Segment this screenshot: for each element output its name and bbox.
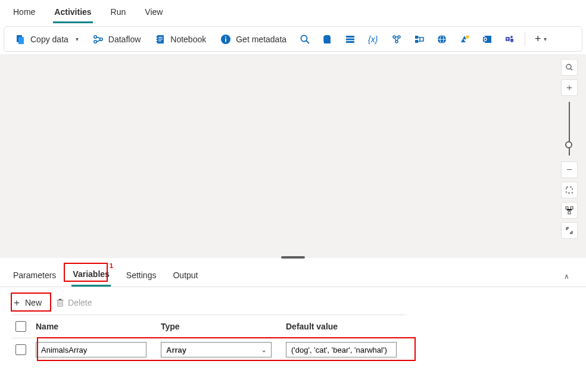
dataflow-button[interactable]: Dataflow bbox=[87, 30, 146, 48]
copy-data-icon bbox=[15, 34, 26, 45]
callout-box-1 bbox=[64, 263, 108, 282]
svg-rect-39 bbox=[566, 187, 572, 193]
svg-rect-7 bbox=[158, 39, 163, 39]
web-icon-button[interactable] bbox=[432, 30, 452, 48]
svg-rect-18 bbox=[346, 38, 354, 40]
function-icon-button[interactable] bbox=[409, 30, 429, 48]
svg-point-22 bbox=[398, 36, 400, 38]
activities-toolbar: Copy data ▾ Dataflow Notebook Get metada… bbox=[4, 26, 582, 52]
notebook-icon bbox=[155, 34, 166, 45]
notebook-label: Notebook bbox=[170, 35, 206, 44]
svg-rect-17 bbox=[346, 36, 354, 38]
svg-line-38 bbox=[571, 69, 572, 70]
trash-icon bbox=[56, 298, 64, 307]
svg-rect-42 bbox=[568, 211, 571, 214]
top-tab-bar: Home Activities Run View bbox=[0, 0, 586, 24]
get-metadata-label: Get metadata bbox=[236, 35, 286, 44]
zoom-slider[interactable] bbox=[569, 102, 570, 155]
tab-activities[interactable]: Activities bbox=[53, 5, 92, 23]
callout-box-2 bbox=[11, 293, 51, 312]
copy-data-label: Copy data bbox=[30, 35, 68, 44]
svg-rect-8 bbox=[158, 41, 161, 41]
toolbar-divider bbox=[525, 32, 525, 46]
azure-icon-button[interactable] bbox=[454, 30, 475, 48]
add-activity-button[interactable]: + ▾ bbox=[530, 29, 551, 49]
auto-align-button[interactable] bbox=[561, 202, 578, 219]
callout-box-3 bbox=[37, 337, 416, 361]
get-metadata-button[interactable]: Get metadata bbox=[214, 30, 292, 48]
fullscreen-button[interactable] bbox=[561, 222, 578, 239]
svg-rect-26 bbox=[420, 38, 423, 41]
pipeline-canvas[interactable]: ＋ − bbox=[0, 54, 586, 258]
dataflow-label: Dataflow bbox=[108, 35, 141, 44]
copy-data-button[interactable]: Copy data ▾ bbox=[9, 30, 85, 48]
chevron-down-icon: ▾ bbox=[76, 36, 79, 42]
variables-table: Name Type Default value Array ⌄ bbox=[0, 315, 417, 361]
set-variable-icon-button[interactable]: {x} bbox=[363, 30, 384, 48]
svg-point-3 bbox=[94, 40, 96, 42]
tab-output[interactable]: Output bbox=[172, 267, 199, 286]
callout-label-1: 1 bbox=[110, 262, 113, 269]
svg-point-36 bbox=[510, 36, 513, 38]
zoom-in-button[interactable]: ＋ bbox=[561, 79, 578, 96]
svg-point-14 bbox=[225, 36, 226, 37]
svg-text:T: T bbox=[507, 38, 509, 41]
tab-home[interactable]: Home bbox=[12, 5, 36, 23]
dataflow-icon bbox=[93, 34, 104, 45]
svg-rect-9 bbox=[157, 36, 158, 38]
lookup-icon-button[interactable] bbox=[295, 30, 315, 48]
row-checkbox[interactable] bbox=[15, 344, 26, 355]
script-icon-button[interactable] bbox=[317, 30, 338, 48]
table-header: Name Type Default value bbox=[12, 315, 405, 338]
col-header-name: Name bbox=[36, 322, 161, 331]
canvas-controls: ＋ − bbox=[561, 59, 578, 239]
chevron-down-icon: ▾ bbox=[544, 36, 547, 42]
svg-rect-19 bbox=[346, 41, 354, 43]
canvas-search-button[interactable] bbox=[561, 59, 578, 76]
tab-run[interactable]: Run bbox=[110, 5, 127, 23]
svg-rect-43 bbox=[58, 300, 63, 306]
delete-label: Delete bbox=[68, 298, 92, 307]
teams-icon-button[interactable]: T bbox=[500, 30, 520, 48]
outlook-icon-button[interactable] bbox=[477, 30, 497, 48]
table-row: Array ⌄ bbox=[12, 338, 405, 361]
svg-point-30 bbox=[466, 35, 469, 38]
bottom-tab-bar: Parameters Variables Settings Output 1 ∧ bbox=[0, 260, 586, 287]
zoom-out-button[interactable]: − bbox=[561, 161, 578, 178]
svg-rect-13 bbox=[225, 38, 226, 42]
fit-to-screen-button[interactable] bbox=[561, 182, 578, 198]
svg-rect-6 bbox=[158, 37, 163, 38]
svg-point-23 bbox=[395, 41, 398, 43]
svg-rect-24 bbox=[415, 36, 418, 39]
variables-actions: ＋ New Delete bbox=[0, 287, 586, 315]
col-header-type: Type bbox=[161, 322, 286, 331]
delete-variable-button[interactable]: Delete bbox=[56, 298, 92, 307]
svg-rect-40 bbox=[566, 207, 568, 209]
svg-rect-11 bbox=[157, 41, 158, 42]
stored-proc-icon-button[interactable] bbox=[340, 30, 360, 48]
collapse-panel-button[interactable]: ∧ bbox=[564, 272, 574, 281]
splitter-handle[interactable] bbox=[281, 256, 305, 259]
svg-rect-10 bbox=[157, 39, 158, 40]
svg-point-21 bbox=[393, 36, 395, 38]
svg-point-15 bbox=[301, 35, 307, 41]
svg-point-37 bbox=[566, 64, 571, 69]
tab-parameters[interactable]: Parameters bbox=[12, 267, 57, 286]
svg-text:{x}: {x} bbox=[368, 35, 378, 44]
select-all-checkbox[interactable] bbox=[15, 321, 26, 332]
pipeline-icon-button[interactable] bbox=[386, 30, 407, 48]
svg-point-2 bbox=[94, 35, 96, 38]
zoom-handle[interactable] bbox=[565, 141, 572, 148]
info-icon bbox=[220, 34, 231, 45]
tab-view[interactable]: View bbox=[144, 5, 164, 23]
col-header-default: Default value bbox=[286, 322, 405, 331]
svg-rect-1 bbox=[18, 37, 24, 44]
tab-settings[interactable]: Settings bbox=[125, 267, 158, 286]
svg-rect-25 bbox=[415, 40, 418, 43]
svg-rect-41 bbox=[571, 207, 573, 209]
svg-line-16 bbox=[307, 41, 310, 43]
notebook-button[interactable]: Notebook bbox=[149, 30, 212, 48]
